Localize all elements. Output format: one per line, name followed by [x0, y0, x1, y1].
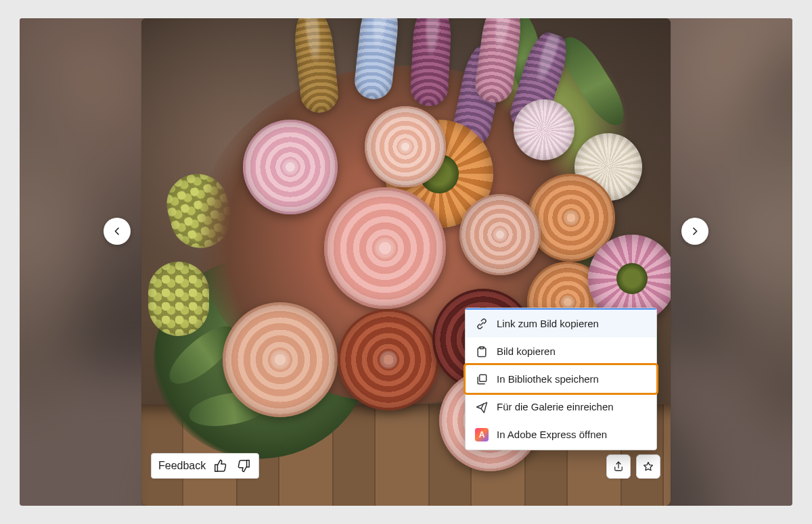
menu-item-submit-gallery[interactable]: Für die Galerie einreichen — [466, 393, 656, 421]
menu-item-label: Link zum Bild kopieren — [497, 318, 599, 329]
clipboard-icon — [475, 345, 489, 358]
share-button[interactable] — [606, 454, 631, 479]
link-icon — [475, 317, 489, 331]
menu-item-label: Für die Galerie einreichen — [497, 401, 614, 412]
star-icon — [642, 460, 654, 473]
prev-button[interactable] — [104, 218, 131, 245]
menu-item-label: In Bibliothek speichern — [497, 373, 599, 385]
viewer-frame: Feedback — [20, 18, 792, 506]
feedback-bar: Feedback — [151, 453, 259, 479]
adobe-express-icon: A — [475, 428, 489, 442]
send-icon — [475, 400, 489, 414]
thumbs-down-icon — [236, 458, 251, 473]
context-menu: Link zum Bild kopieren Bild kopieren In … — [465, 308, 657, 450]
chevron-right-icon — [690, 226, 700, 237]
thumbs-up-button[interactable] — [212, 458, 229, 474]
thumbs-down-button[interactable] — [235, 458, 252, 474]
share-icon — [612, 460, 625, 473]
svg-rect-0 — [480, 375, 487, 381]
feedback-label: Feedback — [158, 460, 206, 472]
menu-item-label: In Adobe Express öffnen — [497, 429, 607, 440]
next-button[interactable] — [681, 218, 708, 245]
library-icon — [475, 373, 489, 386]
image-actions — [606, 454, 660, 479]
thumbs-up-icon — [213, 458, 228, 473]
menu-item-open-adobe-express[interactable]: A In Adobe Express öffnen — [466, 421, 656, 448]
favorite-button[interactable] — [636, 454, 660, 479]
menu-item-save-library[interactable]: In Bibliothek speichern — [466, 365, 656, 393]
menu-item-label: Bild kopieren — [497, 346, 556, 357]
chevron-left-icon — [112, 226, 122, 237]
menu-item-copy-link[interactable]: Link zum Bild kopieren — [466, 310, 656, 337]
menu-item-copy-image[interactable]: Bild kopieren — [466, 337, 656, 365]
